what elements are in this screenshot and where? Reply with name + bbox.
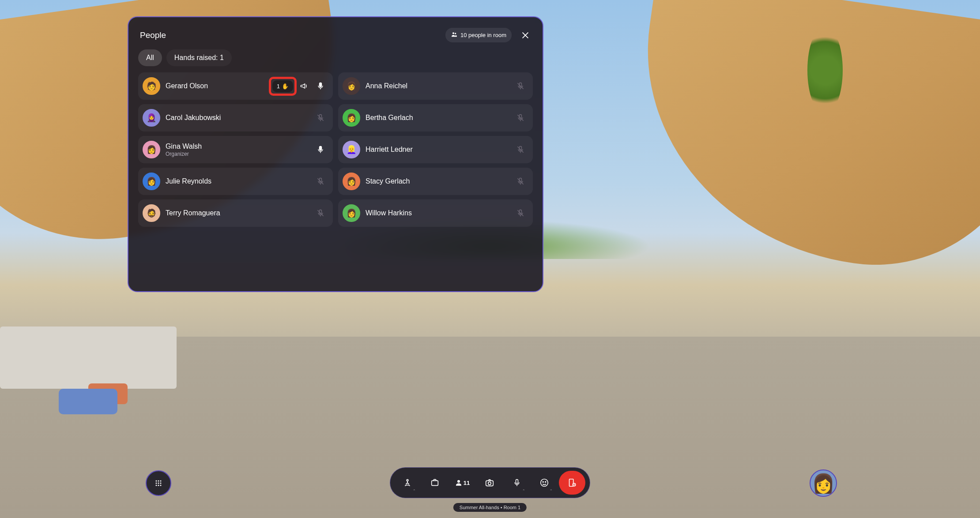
megaphone-icon (298, 80, 310, 92)
close-button[interactable] (520, 30, 531, 41)
person-name: Bertha Gerlach (366, 114, 514, 122)
avatar: 👱‍♀️ (343, 141, 360, 158)
hand-order: 1 (277, 83, 280, 90)
person-name: Julie Reynolds (166, 177, 314, 185)
mic-status-icon (314, 112, 327, 124)
avatar: 👩 (143, 141, 160, 158)
person-row[interactable]: 👩Julie Reynolds (138, 168, 333, 195)
leave-button[interactable] (559, 471, 585, 495)
camera-button[interactable] (477, 471, 502, 495)
panel-title: People (140, 30, 166, 40)
person-name: Anna Reichel (366, 82, 514, 90)
svg-rect-32 (432, 480, 438, 485)
person-info: Stacy Gerlach (366, 177, 514, 185)
svg-point-22 (156, 480, 157, 482)
person-name: Stacy Gerlach (366, 177, 514, 185)
person-info: Anna Reichel (366, 82, 514, 90)
svg-rect-11 (320, 146, 322, 150)
chevron-down-icon: ⌃ (522, 489, 525, 493)
svg-point-1 (455, 33, 456, 34)
svg-rect-34 (486, 480, 494, 486)
mic-status-icon (514, 175, 527, 188)
svg-point-28 (156, 485, 157, 486)
chevron-down-icon: ⌃ (413, 489, 416, 493)
person-name: Willow Harkins (366, 209, 514, 217)
svg-point-35 (488, 482, 491, 484)
people-icon (451, 31, 458, 39)
avatar: 👩 (343, 77, 360, 95)
person-name: Gina Walsh (166, 143, 314, 150)
apps-menu-button[interactable] (146, 470, 171, 496)
avatar: 👩 (343, 173, 360, 190)
svg-point-23 (158, 480, 159, 482)
mic-button[interactable]: ⌃ (504, 471, 530, 495)
svg-point-26 (158, 483, 159, 484)
avatar-icon: 👩 (812, 473, 835, 494)
avatar: 🧕 (143, 109, 160, 127)
svg-rect-36 (516, 480, 518, 484)
avatar: 🧔 (143, 204, 160, 222)
hand-raised-badge: 1✋ (272, 80, 293, 92)
room-count-badge[interactable]: 10 people in room (445, 28, 512, 42)
person-row[interactable]: 👩Gina WalshOrganizer (138, 136, 333, 163)
person-row[interactable]: 🧑Gerard Olson1✋ (138, 72, 333, 100)
svg-point-33 (457, 480, 460, 483)
person-row[interactable]: 👩Stacy Gerlach (338, 168, 533, 195)
svg-point-27 (160, 483, 162, 484)
mic-status-icon (314, 80, 327, 92)
person-role: Organizer (166, 151, 314, 157)
tab-all[interactable]: All (138, 49, 162, 66)
person-row[interactable]: 👱‍♀️Harriett Ledner (338, 136, 533, 163)
people-button[interactable]: 11 (449, 471, 475, 495)
person-row[interactable]: 🧔Terry Romaguera (138, 199, 333, 227)
person-info: Gina WalshOrganizer (166, 143, 314, 157)
person-row[interactable]: 👩Anna Reichel (338, 72, 533, 100)
person-info: Harriett Ledner (366, 146, 514, 154)
svg-point-24 (160, 480, 162, 482)
mic-status-icon (514, 143, 527, 156)
svg-point-38 (543, 481, 543, 482)
person-info: Carol Jakubowski (166, 114, 314, 122)
svg-point-37 (541, 479, 548, 487)
person-name: Terry Romaguera (166, 209, 314, 217)
svg-point-31 (407, 480, 408, 481)
tab-hands-raised[interactable]: Hands raised: 1 (166, 49, 232, 66)
self-avatar[interactable]: 👩 (810, 469, 837, 497)
room-label: Summer All-hands • Room 1 (453, 503, 527, 512)
avatar: 👩 (143, 173, 160, 190)
svg-point-29 (158, 485, 159, 486)
person-info: Bertha Gerlach (366, 114, 514, 122)
people-panel: People 10 people in room All Hands raise… (128, 16, 543, 292)
teleport-button[interactable]: ⌃ (395, 471, 420, 495)
person-row[interactable]: 👩Willow Harkins (338, 199, 533, 227)
hand-icon: ✋ (282, 83, 289, 90)
svg-point-0 (452, 32, 454, 34)
mic-status-icon (314, 175, 327, 188)
room-count-text: 10 people in room (460, 32, 506, 38)
reactions-button[interactable]: ⌃ (531, 471, 557, 495)
mic-status-icon (514, 112, 527, 124)
person-info: Willow Harkins (366, 209, 514, 217)
avatar: 👩 (343, 204, 360, 222)
svg-rect-4 (320, 83, 322, 87)
person-row[interactable]: 🧕Carol Jakubowski (138, 104, 333, 131)
svg-point-39 (545, 481, 546, 482)
svg-point-30 (160, 485, 162, 486)
person-info: Julie Reynolds (166, 177, 314, 185)
mic-status-icon (514, 207, 527, 219)
mic-status-icon (514, 80, 527, 92)
person-name: Harriett Ledner (366, 146, 514, 154)
person-info: Terry Romaguera (166, 209, 314, 217)
chevron-down-icon: ⌃ (550, 489, 553, 493)
person-row[interactable]: 👩Bertha Gerlach (338, 104, 533, 131)
person-info: Gerard Olson (166, 82, 272, 90)
mic-status-icon (314, 207, 327, 219)
bottom-toolbar: ⌃ 11 ⌃ ⌃ (390, 467, 590, 498)
people-count: 11 (464, 480, 470, 486)
svg-point-25 (156, 483, 157, 484)
mic-status-icon (314, 143, 327, 156)
person-name: Gerard Olson (166, 82, 272, 90)
person-name: Carol Jakubowski (166, 114, 314, 122)
record-button[interactable] (422, 471, 448, 495)
avatar: 👩 (343, 109, 360, 127)
